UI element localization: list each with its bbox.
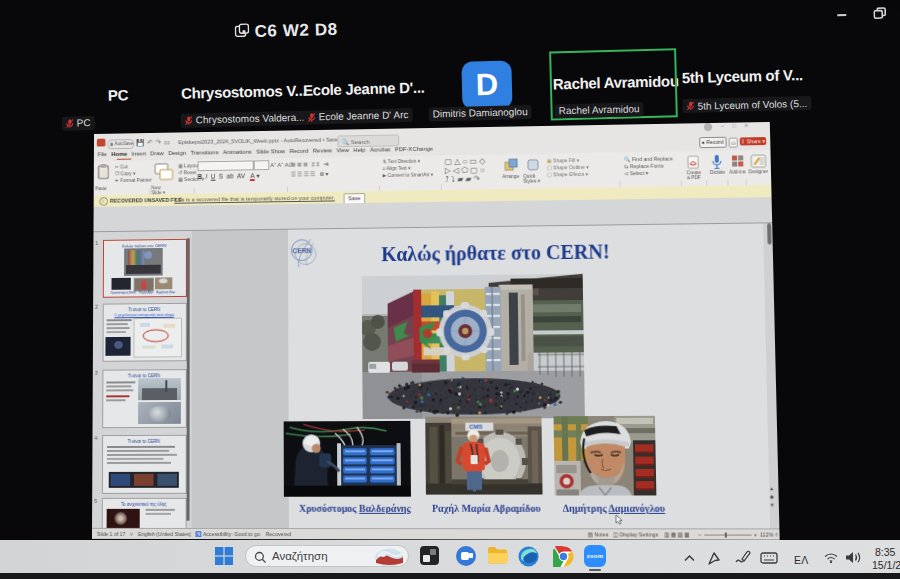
svg-text:CMS: CMS [469,424,483,430]
svg-text:CERN: CERN [292,247,311,254]
